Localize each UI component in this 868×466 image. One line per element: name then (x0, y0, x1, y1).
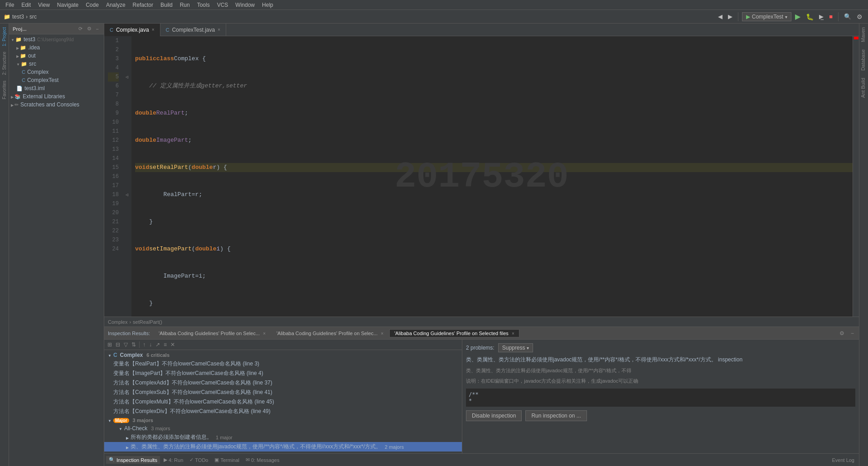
menu-file[interactable]: File (2, 1, 18, 9)
inspection-results-label: Inspection Results: (108, 331, 150, 336)
menu-run[interactable]: Run (176, 1, 194, 9)
event-log-button[interactable]: Event Log (829, 456, 857, 464)
settings-panel-button[interactable]: ⚙ (86, 25, 93, 32)
chevron-right-icon (16, 53, 19, 58)
menu-analyze[interactable]: Analyze (102, 1, 129, 9)
tree-item-scratches[interactable]: ✏ Scratches and Consoles (9, 101, 104, 109)
expand-all-button[interactable]: ⊞ (106, 341, 113, 349)
project-icon[interactable]: 1: Project (1, 25, 8, 48)
filter-button[interactable]: ▽ (122, 341, 129, 349)
menu-tools[interactable]: Tools (194, 1, 213, 9)
sort-button[interactable]: ⇅ (130, 341, 137, 349)
tree-item-out[interactable]: 📁 out (9, 52, 104, 60)
tree-item-src[interactable]: 📁 src (9, 60, 104, 68)
complex-category[interactable]: C Complex 6 criticals (104, 351, 462, 359)
tree-item-idea[interactable]: 📁 .idea (9, 43, 104, 52)
run-with-coverage-button[interactable]: ▶̲ (817, 12, 825, 21)
menu-vcs[interactable]: VCS (213, 1, 232, 9)
tab-complextest-close[interactable]: × (218, 27, 220, 32)
inspection-tab-1-close[interactable]: × (263, 331, 266, 336)
terminal-label: Terminal (220, 457, 239, 463)
tab-complex-close[interactable]: × (152, 27, 155, 32)
menu-build[interactable]: Build (157, 1, 176, 9)
debug-button[interactable]: 🐛 (804, 12, 815, 21)
next-problem-button[interactable]: ↓ (148, 341, 153, 349)
menu-navigate[interactable]: Navigate (53, 1, 82, 9)
menu-refactor[interactable]: Refactor (129, 1, 157, 9)
code-editor[interactable]: 1 2 3 4 5 6 7 8 9 10 11 12 13 14 15 16 1… (104, 36, 859, 317)
menu-window[interactable]: Window (232, 1, 258, 9)
disable-inspection-button[interactable]: Disable inspection (466, 410, 522, 421)
alicheck-item-1[interactable]: 所有的类都必须添加创建者信息。 1 major (104, 432, 462, 442)
alicheck-item-2[interactable]: 类、类属性、类方法的注释必须使用javadoc规范，使用/**内容*/格式，不得… (104, 442, 462, 452)
insp-item-1[interactable]: 变量名【RealPart】不符合lowerCamelCase命名风格 (line… (104, 359, 462, 369)
favorites-icon[interactable]: Favorites (1, 79, 8, 101)
breadcrumb-complex[interactable]: Complex (108, 319, 127, 325)
chevron-right-icon (126, 444, 129, 450)
insp-item-3[interactable]: 方法名【ComplexAdd】不符合lowerCamelCase命名风格 (li… (104, 378, 462, 388)
tab-complex[interactable]: C Complex.java × (104, 24, 160, 36)
tree-item-complex[interactable]: C Complex (9, 68, 104, 76)
run-config-selector[interactable]: ▶ ComplexTest (742, 12, 791, 21)
stop-button[interactable]: ■ (827, 12, 834, 21)
menu-code[interactable]: Code (82, 1, 102, 9)
src-folder-icon: 📁 (21, 61, 27, 67)
insp-item-2[interactable]: 变量名【ImagePart】不符合lowerCamelCase命名风格 (lin… (104, 369, 462, 378)
tree-item-test3[interactable]: 📁 test3 C:\Users\gong9\Id (9, 35, 104, 43)
todo-button[interactable]: ✓ TODo (187, 456, 211, 464)
tab-complextest[interactable]: C ComplexTest.java × (160, 24, 227, 36)
search-everywhere-button[interactable]: 🔍 (842, 12, 853, 21)
settings-button[interactable]: ⚙ (855, 12, 864, 21)
tree-item-complextest[interactable]: C ComplexTest (9, 76, 104, 84)
breadcrumb-method[interactable]: setRealPart() (133, 319, 162, 325)
sync-button[interactable]: ⟳ (77, 25, 84, 32)
maven-panel[interactable]: Maven (859, 24, 868, 46)
group-by-button[interactable]: ≡ (162, 341, 168, 349)
tree-item-extlibs[interactable]: 📚 External Libraries (9, 92, 104, 101)
suppress-label: Suppress (502, 345, 525, 351)
forward-button[interactable]: ▶ (726, 12, 734, 21)
tree-label-complex: Complex (27, 69, 48, 75)
inspection-tab-3[interactable]: 'Alibaba Coding Guidelines' Profile on S… (389, 329, 519, 337)
chevron-down-icon (16, 62, 20, 67)
ant-build-panel[interactable]: Ant Build (859, 74, 868, 101)
menu-edit[interactable]: Edit (18, 1, 34, 9)
inspection-tab-2[interactable]: 'Alibaba Coding Guidelines' Profile on S… (272, 329, 388, 337)
insp-item-5[interactable]: 方法名【ComplexMulti】不符合lowerCamelCase命名风格 (… (104, 397, 462, 407)
insp-item-6[interactable]: 方法名【ComplexDiv】不符合lowerCamelCase命名风格 (li… (104, 407, 462, 416)
menu-help[interactable]: Help (258, 1, 277, 9)
database-panel[interactable]: Database (859, 46, 868, 74)
run-label: 4: Run (169, 457, 183, 463)
chevron-right-icon (11, 94, 14, 99)
back-button[interactable]: ◀ (716, 12, 724, 21)
exclude-button[interactable]: ✕ (169, 341, 176, 349)
inspection-tab-3-close[interactable]: × (512, 331, 514, 336)
inspection-tab-2-label: 'Alibaba Coding Guidelines' Profile on S… (276, 331, 378, 336)
menu-view[interactable]: View (34, 1, 53, 9)
tree-item-test3iml[interactable]: 📄 test3.iml (9, 84, 104, 92)
messages-button[interactable]: ✉ 0: Messages (243, 456, 282, 464)
jump-to-source-button[interactable]: ↗ (154, 341, 161, 349)
prev-problem-button[interactable]: ↑ (141, 341, 147, 349)
inspection-results-button[interactable]: 🔍 Inspection Results (106, 456, 160, 464)
collapse-all-button[interactable]: ⊟ (114, 341, 121, 349)
major-category[interactable]: Major 3 majors (104, 416, 462, 424)
run-button[interactable]: ▶ (793, 11, 802, 22)
inspection-settings-button[interactable] (838, 329, 846, 337)
code-content[interactable]: public class Complex { // 定义属性并生成getter,… (131, 36, 853, 317)
minimize-panel-button[interactable]: − (95, 25, 100, 32)
run-inspection-button[interactable]: Run inspection on ... (525, 410, 587, 421)
code-line-8: void setImagePart(double i) { (135, 245, 853, 254)
suppress-dropdown-button[interactable]: Suppress (498, 343, 533, 352)
inspection-tab-2-close[interactable]: × (381, 331, 383, 336)
scratches-icon: ✏ (15, 102, 19, 108)
alicheck-category[interactable]: Ali-Check 3 majors (104, 424, 462, 432)
insp-item-4[interactable]: 方法名【ComplexSub】不符合lowerCamelCase命名风格 (li… (104, 388, 462, 397)
inspection-minimize-button[interactable] (849, 329, 855, 337)
run-button-bottom[interactable]: ▶ 4: Run (161, 456, 186, 464)
inspection-tab-1[interactable]: 'Alibaba Coding Guidelines' Profile on S… (154, 329, 271, 337)
terminal-button[interactable]: ▣ Terminal (212, 456, 242, 464)
structure-icon[interactable]: 2: Structure (1, 50, 8, 77)
complex-category-label: Complex (120, 352, 143, 358)
inspection-description: 类、类属性、类方法的注释必须使用javadoc规范，使用/**内容*/格式，不得… (466, 356, 855, 364)
